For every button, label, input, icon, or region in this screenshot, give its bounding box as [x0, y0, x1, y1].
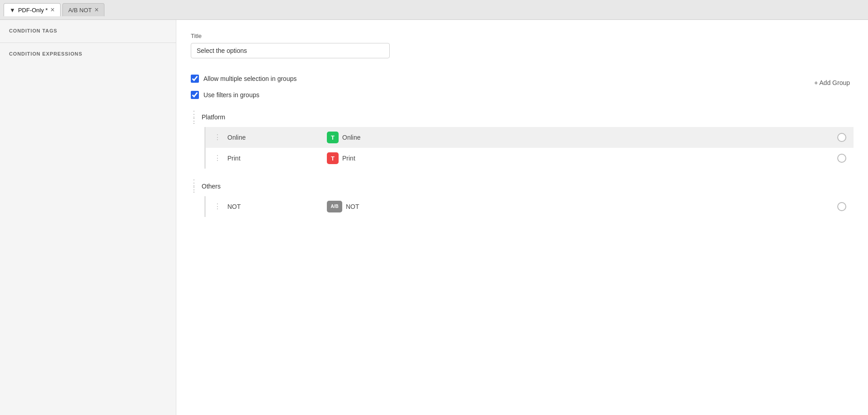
item-online-drag[interactable]: ⋮ [213, 134, 222, 141]
checkboxes-col: Allow multiple selection in groups Use f… [191, 66, 297, 99]
condition-expressions-section: CONDITION EXPRESSIONS [0, 43, 176, 415]
item-print-name: Print [227, 155, 327, 162]
filter-icon: ▼ [9, 7, 15, 14]
item-online-tag-label: Online [342, 134, 360, 141]
add-group-label: + Add Group [814, 79, 850, 86]
tab-ab-not-label: A/B NOT [68, 7, 92, 14]
item-online-tag: T Online [327, 132, 837, 143]
group-others-drag-handle[interactable]: ⋮ [191, 179, 197, 193]
item-print-drag[interactable]: ⋮ [213, 155, 222, 161]
allow-multiple-checkbox[interactable] [191, 75, 199, 83]
tab-pdf-only[interactable]: ▼ PDF-Only * × [4, 3, 61, 16]
sidebar: CONDITION TAGS CONDITION EXPRESSIONS [0, 20, 176, 415]
item-online-tag-icon: T [327, 132, 339, 143]
item-online-name: Online [227, 134, 327, 141]
item-not-radio[interactable] [837, 202, 846, 211]
group-others: ⋮ Others ⋮ NOT A/B NOT [191, 176, 854, 217]
group-others-items: ⋮ NOT A/B NOT [204, 196, 854, 217]
item-not-toggle [837, 202, 846, 211]
tab-ab-not-close[interactable]: × [94, 6, 99, 14]
groups-container: ⋮ Platform ⋮ Online T Online [191, 107, 854, 217]
item-not-tag-icon: A/B [327, 201, 342, 212]
group-others-name: Others [202, 183, 221, 190]
item-not-tag-label: NOT [346, 203, 359, 210]
item-print-radio[interactable] [837, 154, 846, 163]
item-not-name: NOT [227, 203, 327, 210]
tab-pdf-only-close[interactable]: × [51, 6, 55, 14]
item-print-tag: T Print [327, 152, 837, 164]
add-group-button[interactable]: + Add Group [811, 77, 854, 88]
item-print-row: ⋮ Print T Print [206, 148, 854, 169]
title-input[interactable] [191, 43, 390, 58]
item-not-row: ⋮ NOT A/B NOT [206, 196, 854, 217]
main-layout: CONDITION TAGS CONDITION EXPRESSIONS Tit… [0, 20, 868, 415]
use-filters-checkbox[interactable] [191, 91, 199, 99]
checkboxes-addgroup-row: Allow multiple selection in groups Use f… [191, 66, 854, 99]
item-online-toggle [837, 133, 846, 142]
condition-tags-section: CONDITION TAGS [0, 20, 176, 42]
tab-pdf-only-label: PDF-Only * [18, 7, 48, 14]
use-filters-label: Use filters in groups [203, 91, 259, 99]
item-online-row: ⋮ Online T Online [206, 127, 854, 148]
group-platform: ⋮ Platform ⋮ Online T Online [191, 107, 854, 169]
item-online-radio[interactable] [837, 133, 846, 142]
allow-multiple-row: Allow multiple selection in groups [191, 75, 297, 83]
group-platform-items: ⋮ Online T Online ⋮ Print [204, 127, 854, 169]
title-label: Title [191, 33, 854, 39]
content-area: Title Allow multiple selection in groups… [176, 20, 868, 415]
use-filters-row: Use filters in groups [191, 91, 297, 99]
allow-multiple-label: Allow multiple selection in groups [203, 75, 297, 82]
group-platform-drag-handle[interactable]: ⋮ [191, 110, 197, 124]
item-not-drag[interactable]: ⋮ [213, 203, 222, 210]
item-print-tag-icon: T [327, 152, 339, 164]
tab-bar: ▼ PDF-Only * × A/B NOT × [0, 0, 868, 20]
item-not-tag: A/B NOT [327, 201, 837, 212]
condition-expressions-title: CONDITION EXPRESSIONS [9, 51, 167, 57]
group-platform-name: Platform [202, 113, 225, 121]
group-platform-header: ⋮ Platform [191, 107, 854, 127]
item-print-tag-label: Print [342, 155, 355, 162]
condition-tags-title: CONDITION TAGS [9, 28, 167, 33]
group-others-header: ⋮ Others [191, 176, 854, 196]
item-print-toggle [837, 154, 846, 163]
tab-ab-not[interactable]: A/B NOT × [62, 3, 104, 16]
